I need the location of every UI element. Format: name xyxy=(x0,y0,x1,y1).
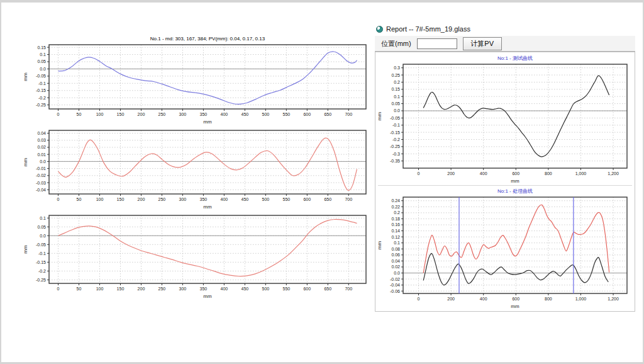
svg-text:0.15: 0.15 xyxy=(391,87,400,91)
svg-text:-0.1: -0.1 xyxy=(38,251,46,256)
svg-text:mm: mm xyxy=(203,204,212,210)
svg-text:50: 50 xyxy=(77,287,82,291)
svg-text:-0.01: -0.01 xyxy=(36,166,46,171)
svg-text:150: 150 xyxy=(117,287,125,291)
svg-text:450: 450 xyxy=(242,197,249,202)
svg-text:50: 50 xyxy=(77,197,82,202)
svg-text:No:1 - 测试曲线: No:1 - 测试曲线 xyxy=(497,55,533,61)
svg-text:500: 500 xyxy=(262,197,270,202)
svg-text:0.22: 0.22 xyxy=(391,205,400,209)
left-chart-panel: 0.150.10.050.0-0.05-0.1-0.15-0.2-0.25050… xyxy=(21,34,372,300)
svg-text:400: 400 xyxy=(221,287,228,291)
svg-text:-0.25: -0.25 xyxy=(36,103,46,107)
svg-text:650: 650 xyxy=(324,287,331,291)
svg-text:-0.05: -0.05 xyxy=(36,242,46,247)
svg-text:0.2: 0.2 xyxy=(394,80,400,84)
svg-text:250: 250 xyxy=(158,197,166,202)
svg-text:0.24: 0.24 xyxy=(391,198,400,203)
svg-text:-0.2: -0.2 xyxy=(392,137,400,142)
svg-text:550: 550 xyxy=(282,112,290,117)
svg-text:150: 150 xyxy=(117,112,125,117)
position-label: 位置(mm) xyxy=(381,39,411,48)
svg-text:0.0: 0.0 xyxy=(394,108,400,113)
svg-text:mm: mm xyxy=(511,178,519,184)
svg-text:-0.15: -0.15 xyxy=(36,88,46,93)
svg-text:400: 400 xyxy=(221,197,228,202)
svg-text:0.05: 0.05 xyxy=(37,59,46,64)
report-chart-panel: 0.30.250.20.150.10.050.0-0.05-0.1-0.15-0… xyxy=(375,52,635,312)
svg-text:0: 0 xyxy=(57,197,60,202)
svg-text:0.01: 0.01 xyxy=(37,152,46,157)
svg-text:450: 450 xyxy=(242,287,249,291)
svg-text:200: 200 xyxy=(138,287,145,291)
svg-text:-0.3: -0.3 xyxy=(392,152,400,156)
svg-text:0.02: 0.02 xyxy=(37,145,46,149)
report-window-title: Report -- 7#-5mm_19.glass xyxy=(386,25,470,33)
svg-text:800: 800 xyxy=(545,297,552,301)
svg-text:300: 300 xyxy=(179,112,187,117)
svg-text:mm: mm xyxy=(23,245,28,254)
svg-text:-0.25: -0.25 xyxy=(390,144,400,149)
svg-text:0.14: 0.14 xyxy=(391,229,400,233)
svg-text:0.08: 0.08 xyxy=(391,247,400,251)
svg-text:mm: mm xyxy=(23,72,28,81)
svg-text:250: 250 xyxy=(158,112,166,117)
svg-text:700: 700 xyxy=(345,197,352,202)
svg-text:50: 50 xyxy=(77,112,82,117)
svg-text:0.0: 0.0 xyxy=(394,271,400,275)
svg-text:mm: mm xyxy=(377,112,382,121)
svg-text:0: 0 xyxy=(418,297,420,301)
svg-text:400: 400 xyxy=(480,171,487,176)
svg-text:-0.1: -0.1 xyxy=(38,81,46,86)
svg-text:-0.06: -0.06 xyxy=(390,289,400,293)
svg-text:650: 650 xyxy=(324,197,331,202)
svg-text:0: 0 xyxy=(418,171,420,176)
svg-text:-0.2: -0.2 xyxy=(38,96,46,100)
report-app-icon xyxy=(376,26,383,33)
svg-text:500: 500 xyxy=(262,287,270,291)
svg-text:300: 300 xyxy=(179,197,187,202)
svg-text:0.1: 0.1 xyxy=(40,216,46,220)
chart-separator xyxy=(378,185,632,186)
svg-text:0.3: 0.3 xyxy=(394,65,400,70)
compute-pv-button[interactable]: 计算PV xyxy=(463,37,502,50)
svg-text:100: 100 xyxy=(96,197,104,202)
svg-text:0.06: 0.06 xyxy=(391,253,400,257)
svg-text:400: 400 xyxy=(480,297,487,301)
svg-text:0.04: 0.04 xyxy=(391,259,400,263)
svg-text:600: 600 xyxy=(303,197,311,202)
svg-text:0.16: 0.16 xyxy=(391,222,400,227)
svg-text:No.1 - md: 303, 167, 384; PV: No.1 - md: 303, 167, 384; PV(mm): 0.04, … xyxy=(150,36,265,42)
svg-text:-0.15: -0.15 xyxy=(390,130,400,135)
svg-text:650: 650 xyxy=(324,112,331,117)
svg-text:200: 200 xyxy=(138,112,145,117)
position-input[interactable] xyxy=(417,38,457,49)
svg-text:0.05: 0.05 xyxy=(37,225,46,229)
svg-text:-0.04: -0.04 xyxy=(36,188,46,192)
svg-text:600: 600 xyxy=(303,287,311,291)
svg-text:0.12: 0.12 xyxy=(391,235,400,239)
chart-test-curve: 0.30.250.20.150.10.050.0-0.05-0.1-0.15-0… xyxy=(375,54,633,185)
svg-text:0: 0 xyxy=(57,112,60,117)
svg-text:600: 600 xyxy=(512,297,519,301)
report-window-titlebar: Report -- 7#-5mm_19.glass xyxy=(375,24,635,34)
svg-text:mm: mm xyxy=(23,158,28,167)
svg-text:0.04: 0.04 xyxy=(37,131,46,135)
svg-text:-0.03: -0.03 xyxy=(36,181,46,185)
svg-text:350: 350 xyxy=(200,112,208,117)
svg-text:No:1 - 处理曲线: No:1 - 处理曲线 xyxy=(497,188,533,194)
svg-text:300: 300 xyxy=(179,287,187,291)
report-toolbar: 位置(mm) 计算PV xyxy=(375,36,635,52)
svg-text:-0.15: -0.15 xyxy=(36,260,46,264)
svg-text:800: 800 xyxy=(545,171,552,176)
svg-text:350: 350 xyxy=(200,197,208,202)
svg-text:700: 700 xyxy=(345,112,352,117)
svg-text:-0.02: -0.02 xyxy=(36,173,46,178)
svg-text:400: 400 xyxy=(221,112,228,117)
svg-text:-0.25: -0.25 xyxy=(36,278,46,282)
chart-profile-3: 0.10.050.0-0.05-0.1-0.15-0.2-0.250501001… xyxy=(21,210,372,300)
svg-text:0.1: 0.1 xyxy=(40,52,46,57)
svg-text:0.0: 0.0 xyxy=(40,67,46,71)
chart-processed-curve: 0.240.220.20.180.160.140.120.10.080.060.… xyxy=(375,186,633,310)
svg-text:1,200: 1,200 xyxy=(608,297,619,301)
